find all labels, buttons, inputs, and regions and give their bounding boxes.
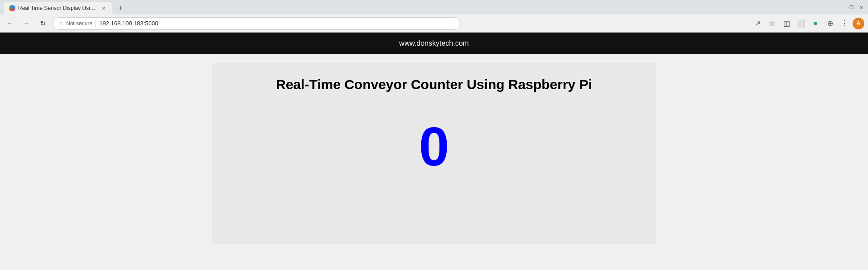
content-card: Real-Time Conveyor Counter Using Raspber… <box>212 63 656 244</box>
address-field[interactable]: ⚠ Not secure | 192.168.100.183:5000 <box>53 17 460 30</box>
toolbar-icons: ↗ ☆ ◫ ⬜ ● ⊕ ⋮ A <box>751 17 864 30</box>
menu-icon[interactable]: ⋮ <box>838 17 851 30</box>
bookmark-icon[interactable]: ☆ <box>766 17 778 30</box>
address-bar-row: ← → ↻ ⚠ Not secure | 192.168.100.183:500… <box>0 14 868 33</box>
add-icon[interactable]: ⊕ <box>824 17 836 30</box>
website-header: www.donskytech.com <box>0 33 868 54</box>
minimize-button[interactable]: — <box>838 4 844 10</box>
collections-icon[interactable]: ⬜ <box>795 17 807 30</box>
window-controls: — ❐ ✕ <box>838 4 864 10</box>
website-domain: www.donskytech.com <box>399 39 469 47</box>
new-tab-button[interactable]: + <box>114 2 127 14</box>
profile-avatar[interactable]: A <box>853 18 864 29</box>
title-bar: Real Time Sensor Display Using R ✕ + — ❐… <box>0 0 868 14</box>
tab-favicon-icon <box>9 5 15 11</box>
back-button[interactable]: ← <box>4 17 16 30</box>
active-tab[interactable]: Real Time Sensor Display Using R ✕ <box>4 2 112 14</box>
profile-manager-icon[interactable]: ◫ <box>780 17 793 30</box>
security-icon: ⚠ <box>58 20 63 27</box>
share-icon[interactable]: ↗ <box>751 17 764 30</box>
refresh-button[interactable]: ↻ <box>36 17 49 30</box>
maximize-button[interactable]: ❐ <box>848 4 854 10</box>
tab-close-button[interactable]: ✕ <box>100 5 107 12</box>
website-body: Real-Time Conveyor Counter Using Raspber… <box>0 54 868 253</box>
page-title: Real-Time Conveyor Counter Using Raspber… <box>276 77 592 92</box>
counter-display: 0 <box>419 119 449 174</box>
extensions-icon[interactable]: ● <box>809 17 822 30</box>
tab-title: Real Time Sensor Display Using R <box>18 5 97 11</box>
close-button[interactable]: ✕ <box>858 4 864 10</box>
forward-button[interactable]: → <box>20 17 33 30</box>
url-text: 192.168.100.183:5000 <box>99 20 158 27</box>
browser-chrome: Real Time Sensor Display Using R ✕ + — ❐… <box>0 0 868 33</box>
security-label: Not secure <box>66 20 92 27</box>
tab-bar: Real Time Sensor Display Using R ✕ + <box>4 0 838 14</box>
separator: | <box>95 20 96 27</box>
